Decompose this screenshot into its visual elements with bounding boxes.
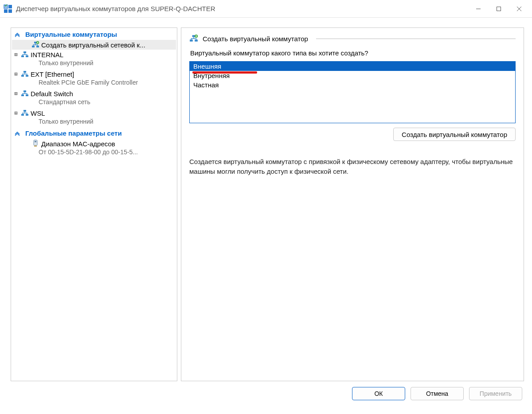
expand-icon[interactable]: ⊞ — [13, 110, 19, 116]
sidebar-item-create-switch[interactable]: Создать виртуальный сетевой к... — [12, 40, 176, 50]
svg-rect-6 — [32, 46, 35, 47]
expand-icon[interactable]: ⊞ — [13, 90, 19, 97]
svg-rect-25 — [195, 39, 198, 41]
sidebar-item-label: Диапазон MAC-адресов — [41, 140, 115, 148]
maximize-button[interactable] — [489, 2, 509, 16]
collapse-icon — [15, 131, 22, 136]
sidebar-item-internal[interactable]: ⊞ INTERNAL — [12, 50, 176, 59]
sidebar-item-default-switch[interactable]: ⊞ Default Switch — [12, 89, 176, 98]
app-icon — [4, 4, 12, 13]
switch-type-listbox[interactable]: Внешняя Внутренняя Частная — [189, 61, 516, 123]
svg-rect-15 — [23, 90, 26, 92]
collapse-icon — [15, 32, 22, 37]
svg-rect-20 — [26, 114, 28, 116]
switch-icon — [21, 109, 29, 117]
switch-icon — [21, 70, 29, 78]
svg-rect-1 — [8, 5, 12, 8]
svg-rect-4 — [497, 7, 501, 11]
svg-rect-3 — [8, 9, 12, 13]
ok-button[interactable]: ОК — [352, 387, 405, 400]
svg-rect-17 — [26, 94, 28, 96]
section-title: Виртуальные коммутаторы — [25, 31, 117, 38]
sidebar-item-detail: Realtek PCIe GbE Family Controller — [12, 79, 176, 89]
divider — [316, 39, 516, 39]
minimize-button[interactable] — [468, 2, 489, 16]
window-title: Диспетчер виртуальных коммутаторов для S… — [16, 5, 468, 12]
svg-rect-13 — [21, 75, 24, 77]
sidebar-item-ext[interactable]: ⊞ EXT [Ethernet] — [12, 69, 176, 79]
apply-button[interactable]: Применить — [469, 387, 522, 400]
sidebar-item-detail: Только внутренний — [12, 59, 176, 69]
main-panel: Создать виртуальный коммутатор Виртуальн… — [181, 27, 524, 381]
svg-rect-16 — [21, 94, 24, 96]
switch-icon — [21, 51, 29, 59]
annotation-underline — [192, 71, 257, 74]
close-button[interactable] — [509, 2, 529, 16]
svg-rect-19 — [21, 114, 24, 116]
section-global-network[interactable]: Глобальные параметры сети — [12, 128, 176, 139]
svg-rect-22 — [35, 141, 36, 142]
switch-type-option-external[interactable]: Внешняя — [190, 62, 515, 71]
svg-rect-11 — [26, 55, 28, 57]
sidebar-item-label: WSL — [31, 109, 45, 117]
svg-rect-7 — [36, 46, 39, 47]
switch-type-option-private[interactable]: Частная — [190, 80, 515, 90]
group-title: Создать виртуальный коммутатор — [203, 35, 308, 43]
create-switch-button[interactable]: Создать виртуальный коммутатор — [393, 128, 516, 141]
svg-rect-2 — [4, 9, 8, 13]
sidebar-item-label: Default Switch — [31, 90, 73, 98]
nic-icon — [31, 140, 39, 148]
sidebar-item-detail: Только внутренний — [12, 118, 176, 128]
svg-rect-18 — [23, 110, 26, 112]
switch-new-icon — [189, 34, 198, 43]
cancel-button[interactable]: Отмена — [411, 387, 464, 400]
svg-rect-10 — [21, 55, 24, 57]
switch-type-description: Создается виртуальный коммутатор с привя… — [189, 157, 516, 176]
dialog-footer: ОК Отмена Применить — [11, 381, 524, 406]
sidebar-item-label: Создать виртуальный сетевой к... — [41, 41, 145, 49]
expand-icon[interactable]: ⊞ — [13, 51, 19, 58]
section-virtual-switches[interactable]: Виртуальные коммутаторы — [12, 29, 176, 40]
svg-rect-9 — [23, 51, 26, 53]
svg-rect-14 — [26, 75, 28, 77]
sidebar-item-wsl[interactable]: ⊞ WSL — [12, 108, 176, 118]
sidebar-item-detail: От 00-15-5D-21-98-00 до 00-15-5... — [12, 148, 176, 158]
expand-icon[interactable]: ⊞ — [13, 71, 19, 77]
sidebar-item-label: EXT [Ethernet] — [31, 70, 74, 78]
svg-rect-24 — [190, 39, 193, 41]
switch-icon — [21, 90, 29, 98]
sidebar-item-mac-range[interactable]: Диапазон MAC-адресов — [12, 139, 176, 148]
svg-rect-21 — [34, 140, 37, 145]
sidebar-item-label: INTERNAL — [31, 51, 63, 59]
section-title: Глобальные параметры сети — [25, 129, 122, 137]
titlebar: Диспетчер виртуальных коммутаторов для S… — [0, 0, 532, 18]
sidebar-item-detail: Стандартная сеть — [12, 98, 176, 108]
sidebar: Виртуальные коммутаторы Создать виртуаль… — [11, 27, 177, 381]
switch-type-question: Виртуальный коммутатор какого типа вы хо… — [190, 49, 516, 57]
switch-new-icon — [31, 41, 39, 49]
svg-rect-12 — [23, 71, 26, 73]
